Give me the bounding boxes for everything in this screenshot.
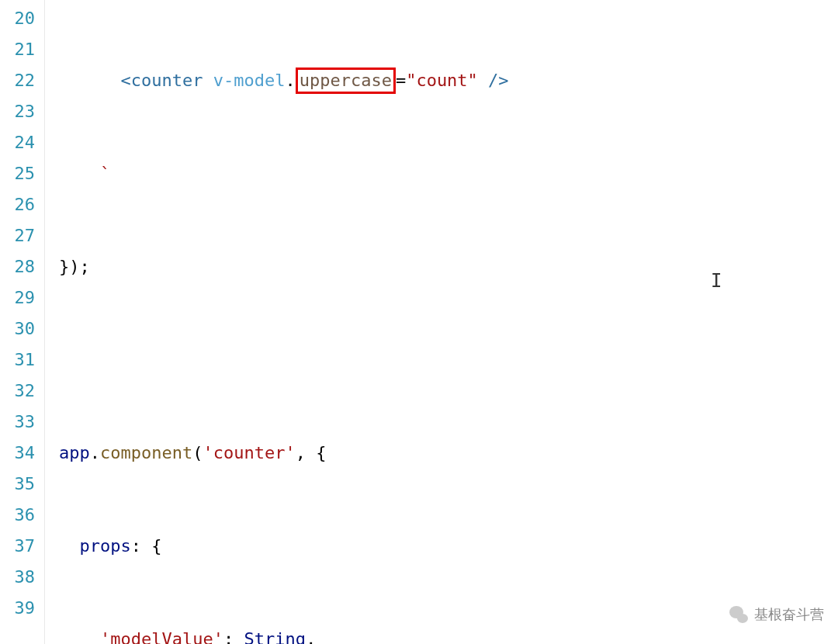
line-number: 33 (0, 407, 35, 438)
line-number: 22 (0, 65, 35, 96)
line-number: 27 (0, 220, 35, 251)
code-line-23[interactable] (59, 345, 838, 376)
code-area[interactable]: <counter v-model.uppercase="count" /> ` … (45, 0, 838, 644)
line-number: 32 (0, 376, 35, 407)
watermark: 基根奋斗营 (728, 604, 824, 625)
text-cursor-icon: I (711, 270, 722, 292)
line-number: 20 (0, 3, 35, 34)
watermark-text: 基根奋斗营 (754, 605, 824, 624)
wechat-icon (728, 604, 750, 625)
line-number: 25 (0, 158, 35, 189)
code-line-25[interactable]: props: { (59, 531, 838, 562)
highlight-uppercase-1: uppercase (296, 68, 396, 94)
code-editor[interactable]: 20 21 22 23 24 25 26 27 28 29 30 31 32 3… (0, 0, 838, 644)
line-number: 35 (0, 469, 35, 500)
code-line-21[interactable]: ` (59, 158, 838, 189)
line-number: 24 (0, 127, 35, 158)
line-number-gutter: 20 21 22 23 24 25 26 27 28 29 30 31 32 3… (0, 0, 45, 644)
line-number: 29 (0, 282, 35, 313)
code-line-26[interactable]: 'modelValue': String, (59, 624, 838, 644)
line-number: 39 (0, 593, 35, 624)
line-number: 37 (0, 531, 35, 562)
line-number: 21 (0, 34, 35, 65)
line-number: 26 (0, 189, 35, 220)
line-number: 28 (0, 251, 35, 282)
line-number: 38 (0, 562, 35, 593)
line-number: 30 (0, 313, 35, 345)
line-number: 23 (0, 96, 35, 127)
code-line-20[interactable]: <counter v-model.uppercase="count" /> (59, 65, 838, 96)
code-line-24[interactable]: app.component('counter', { (59, 438, 838, 469)
line-number: 31 (0, 345, 35, 376)
line-number: 34 (0, 438, 35, 469)
line-number: 36 (0, 500, 35, 531)
